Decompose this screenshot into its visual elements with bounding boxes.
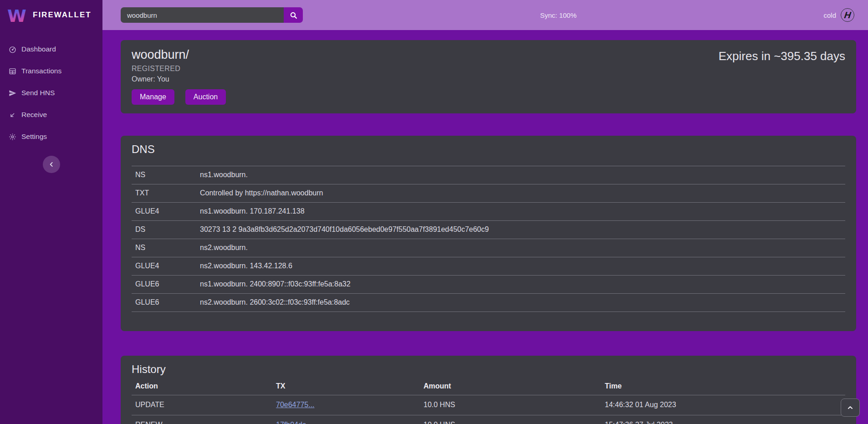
auction-button[interactable]: Auction [185,89,226,105]
svg-text:W: W [7,6,26,25]
dns-record-type: GLUE4 [132,203,196,221]
dns-record-value: ns2.woodburn. 143.42.128.6 [196,257,845,276]
sidebar-item-transactions[interactable]: Transactions [0,60,102,82]
dns-record-row: DS 30273 13 2 9a3a8fb3d625d2a2073d740f10… [132,221,845,239]
domain-owner: Owner: You [132,75,845,83]
sidebar-item-label: Receive [21,111,47,119]
sidebar-collapse-button[interactable] [43,156,60,173]
tx-link[interactable]: 17fb04da... [276,421,312,424]
sync-status: Sync: 100% [540,11,577,19]
dns-record-row: NS ns1.woodburn. [132,166,845,184]
dns-record-type: GLUE6 [132,294,196,312]
dns-record-value: ns2.woodburn. 2600:3c02::f03c:93ff:fe5a:… [196,294,845,312]
dns-record-type: GLUE6 [132,276,196,294]
history-time: 15:47:36 27 Jul 2023 [601,415,845,424]
dns-record-value: ns1.woodburn. 2400:8907::f03c:93ff:fe5a:… [196,276,845,294]
history-header-action: Action [132,379,272,395]
domain-actions: Manage Auction [132,89,845,105]
dns-card: DNS NS ns1.woodburn. TXT Controlled by h… [121,136,856,331]
dns-record-value: ns2.woodburn. [196,239,845,257]
search-input[interactable] [121,7,284,23]
arrow-down-left-icon [8,111,16,119]
history-amount: 10.0 HNS [420,415,601,424]
history-time: 14:46:32 01 Aug 2023 [601,395,845,415]
gear-icon [8,133,16,141]
dns-table: NS ns1.woodburn. TXT Controlled by https… [132,166,845,312]
sidebar-item-label: Settings [21,133,47,141]
dns-record-type: DS [132,221,196,239]
history-table: Action TX Amount Time UPDATE 70e64775...… [132,379,845,424]
history-action: UPDATE [132,395,272,415]
dns-record-type: NS [132,239,196,257]
sidebar-item-dashboard[interactable]: Dashboard [0,38,102,60]
dns-record-row: NS ns2.woodburn. [132,239,845,257]
dns-record-type: NS [132,166,196,184]
dns-record-value: ns1.woodburn. [196,166,845,184]
sidebar-item-label: Send HNS [21,89,55,97]
sidebar-nav: Dashboard Transactions Send HNS [0,38,102,148]
handshake-logo-icon: H [841,8,854,22]
main-area: Sync: 100% cold H woodburn/ REGISTERED O… [102,0,868,424]
history-card: History Action TX Amount Time UPDATE [121,356,856,424]
dns-record-value: ns1.woodburn. 170.187.241.138 [196,203,845,221]
sidebar-item-receive[interactable]: Receive [0,104,102,126]
wallet-selector[interactable]: cold H [823,8,868,22]
dns-record-row: GLUE4 ns1.woodburn. 170.187.241.138 [132,203,845,221]
scroll-to-top-button[interactable] [841,398,860,417]
gauge-icon [8,45,16,53]
sidebar-item-send-hns[interactable]: Send HNS [0,82,102,104]
domain-search [121,7,303,23]
history-amount: 10.0 HNS [420,395,601,415]
brand-name: FIREWALLET [33,10,92,20]
send-icon [8,89,16,97]
content: woodburn/ REGISTERED Owner: You Expires … [102,30,868,424]
wallet-name: cold [823,11,836,19]
manage-button[interactable]: Manage [132,89,174,105]
sidebar-item-label: Dashboard [21,45,56,53]
search-icon [290,11,297,19]
brand-header: W FIREWALLET [0,0,102,35]
dns-record-row: TXT Controlled by https://nathan.woodbur… [132,184,845,203]
tx-link[interactable]: 70e64775... [276,401,315,409]
history-row: UPDATE 70e64775... 10.0 HNS 14:46:32 01 … [132,395,845,415]
firewallet-logo-icon: W [7,5,27,25]
dns-title: DNS [132,143,845,156]
dns-record-row: GLUE6 ns1.woodburn. 2400:8907::f03c:93ff… [132,276,845,294]
search-button[interactable] [284,7,303,23]
dns-record-type: GLUE4 [132,257,196,276]
history-action: RENEW [132,415,272,424]
history-row: RENEW 17fb04da... 10.0 HNS 15:47:36 27 J… [132,415,845,424]
domain-expiry: Expires in ~395.35 days [719,49,845,63]
history-header-tx: TX [272,379,420,395]
dns-record-value: 30273 13 2 9a3a8fb3d625d2a2073d740f10da6… [196,221,845,239]
sidebar: W FIREWALLET Dashboard Transactio [0,0,102,424]
chevron-up-icon [847,404,853,411]
domain-card: woodburn/ REGISTERED Owner: You Expires … [121,40,856,113]
sidebar-item-settings[interactable]: Settings [0,126,102,148]
history-header-row: Action TX Amount Time [132,379,845,395]
dns-record-row: GLUE4 ns2.woodburn. 143.42.128.6 [132,257,845,276]
chevron-left-icon [48,161,55,168]
history-header-amount: Amount [420,379,601,395]
dns-record-type: TXT [132,184,196,203]
dns-record-value: Controlled by https://nathan.woodburn [196,184,845,203]
history-header-time: Time [601,379,845,395]
app-window: W FIREWALLET Dashboard Transactio [0,0,868,424]
dns-record-row: GLUE6 ns2.woodburn. 2600:3c02::f03c:93ff… [132,294,845,312]
domain-status: REGISTERED [132,65,845,73]
sidebar-item-label: Transactions [21,67,61,75]
table-icon [8,67,16,75]
topbar: Sync: 100% cold H [102,0,868,30]
history-title: History [132,363,845,376]
